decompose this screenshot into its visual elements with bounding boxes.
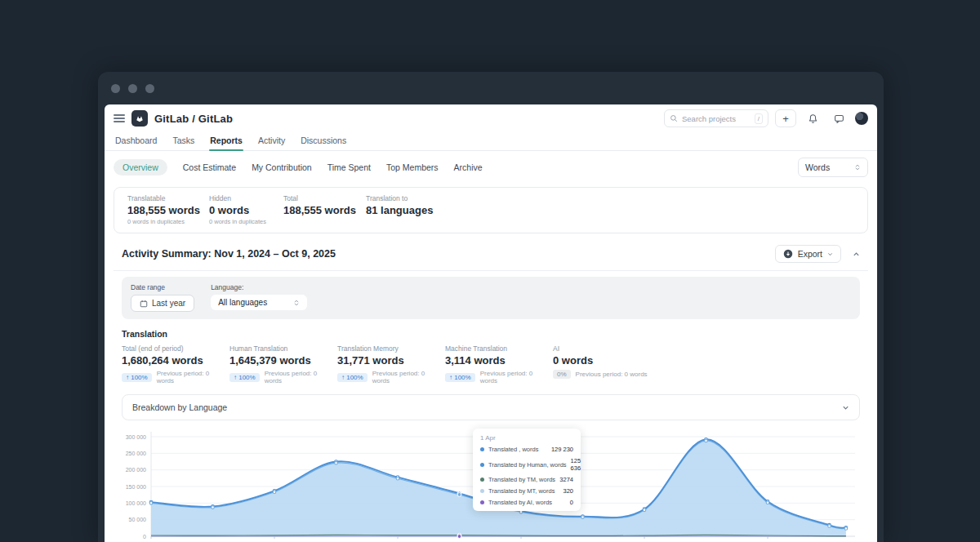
unit-select-value: Words: [805, 162, 830, 172]
activity-chart-area[interactable]: 300 000250 000200 000150 000100 00050 00…: [122, 425, 860, 542]
project-nav-tabs: Dashboard Tasks Reports Activity Discuss…: [105, 129, 877, 151]
svg-text:300 000: 300 000: [126, 434, 146, 440]
chevron-down-icon: [842, 404, 849, 411]
chevron-up-icon: [853, 251, 860, 258]
chevron-updown-icon: [854, 164, 861, 171]
project-words-summary: Translatable 188,555 words 0 words in du…: [114, 187, 868, 233]
window-chrome: [98, 72, 884, 104]
tooltip-row: Translated , words129 230: [480, 446, 573, 453]
tooltip-row: Translated by AI, words0: [480, 499, 573, 506]
tooltip-row: Translated by MT, words320: [480, 487, 573, 495]
trend-badge: ↑ 100%: [445, 373, 475, 382]
svg-text:250 000: 250 000: [126, 451, 146, 456]
project-avatar: [131, 110, 148, 127]
search-input[interactable]: [682, 114, 751, 123]
summary-translation-to: Translation to 81 languages: [366, 194, 441, 225]
stat-translation-memory: Translation Memory 31,771 words ↑ 100%Pr…: [337, 344, 445, 384]
stat-machine-translation: Machine Translation 3,114 words ↑ 100%Pr…: [445, 344, 553, 384]
stat-total-end-of-period: Total (end of period) 1,680,264 words ↑ …: [122, 344, 229, 384]
subtab-archive[interactable]: Archive: [454, 162, 483, 172]
window-maximize-button[interactable]: [145, 84, 154, 93]
tab-activity[interactable]: Activity: [257, 133, 286, 150]
svg-text:100 000: 100 000: [126, 500, 146, 506]
subtab-my-contribution[interactable]: My Contribution: [252, 162, 312, 172]
chevron-updown-icon: [293, 300, 300, 306]
tab-reports[interactable]: Reports: [209, 133, 243, 150]
subtab-cost-estimate[interactable]: Cost Estimate: [183, 162, 236, 172]
user-avatar[interactable]: [855, 112, 868, 125]
chevron-down-icon: [827, 251, 833, 257]
chart-tooltip: 1 Apr Translated , words129 230 Translat…: [473, 429, 581, 511]
date-range-button[interactable]: Last year: [131, 295, 194, 312]
collapse-panel-chevron[interactable]: [853, 251, 860, 258]
search-shortcut-hint: /: [755, 113, 763, 124]
summary-total: Total 188,555 words: [283, 194, 366, 225]
activity-summary-title: Activity Summary: Nov 1, 2024 – Oct 9, 2…: [122, 248, 336, 260]
series-dot: [480, 463, 484, 467]
browser-window: GitLab / GitLab / +: [98, 72, 884, 542]
subtab-time-spent[interactable]: Time Spent: [327, 162, 371, 172]
subtab-overview[interactable]: Overview: [114, 159, 167, 175]
tooltip-row: Translated by TM, words3274: [480, 476, 573, 483]
language-filter: Language: All languages: [211, 283, 307, 312]
stat-human-translation: Human Translation 1,645,379 words ↑ 100%…: [229, 344, 337, 384]
trend-badge: ↑ 100%: [122, 373, 152, 382]
window-minimize-button[interactable]: [128, 84, 137, 93]
window-close-button[interactable]: [111, 84, 120, 93]
translation-section-heading: Translation: [122, 329, 860, 339]
series-dot: [480, 489, 484, 493]
project-logo-icon: [135, 113, 145, 123]
add-project-button[interactable]: +: [775, 109, 796, 127]
activity-filters: Date range Last year Language: All langu…: [122, 277, 860, 319]
translation-stats-row: Total (end of period) 1,680,264 words ↑ …: [114, 344, 868, 384]
series-dot: [480, 478, 484, 482]
svg-text:200 000: 200 000: [126, 467, 146, 473]
search-box[interactable]: /: [664, 109, 768, 127]
language-select[interactable]: All languages: [211, 295, 307, 310]
download-icon: [783, 249, 793, 259]
svg-text:50 000: 50 000: [129, 517, 147, 522]
series-dot: [480, 447, 484, 451]
tooltip-date: 1 Apr: [480, 434, 573, 442]
date-range-filter: Date range Last year: [131, 283, 194, 312]
unit-select[interactable]: Words: [798, 158, 868, 177]
report-subtabs: Overview Cost Estimate My Contribution T…: [105, 151, 877, 182]
tab-tasks[interactable]: Tasks: [172, 133, 195, 150]
divider: [114, 270, 868, 271]
tooltip-row: Translated by Human, words125 636: [480, 457, 573, 472]
stat-ai: AI 0 words 0%Previous period: 0 words: [553, 344, 654, 384]
trend-badge: ↑ 100%: [337, 373, 368, 382]
app-surface: GitLab / GitLab / +: [105, 104, 877, 542]
messages-chat-icon[interactable]: [829, 109, 849, 127]
notifications-bell-icon[interactable]: [803, 109, 822, 127]
subtab-top-members[interactable]: Top Members: [386, 162, 439, 172]
page-title: GitLab / GitLab: [154, 113, 233, 125]
tab-dashboard[interactable]: Dashboard: [114, 133, 158, 150]
summary-hidden: Hidden 0 words 0 words in duplicates: [209, 194, 283, 225]
svg-text:150 000: 150 000: [126, 484, 146, 490]
summary-translatable: Translatable 188,555 words 0 words in du…: [127, 194, 209, 225]
export-button[interactable]: Export: [775, 245, 841, 263]
trend-badge: ↑ 100%: [229, 373, 260, 382]
calendar-icon: [140, 300, 148, 308]
svg-text:0: 0: [143, 534, 146, 540]
search-icon: [670, 114, 678, 122]
tab-discussions[interactable]: Discussions: [300, 133, 347, 150]
series-dot: [480, 500, 484, 504]
app-header: GitLab / GitLab / +: [105, 104, 877, 129]
breakdown-title: Breakdown by Language: [132, 402, 227, 412]
hamburger-menu-icon[interactable]: [114, 114, 125, 122]
trend-badge: 0%: [553, 370, 571, 379]
breakdown-by-language-toggle[interactable]: Breakdown by Language: [122, 394, 860, 420]
